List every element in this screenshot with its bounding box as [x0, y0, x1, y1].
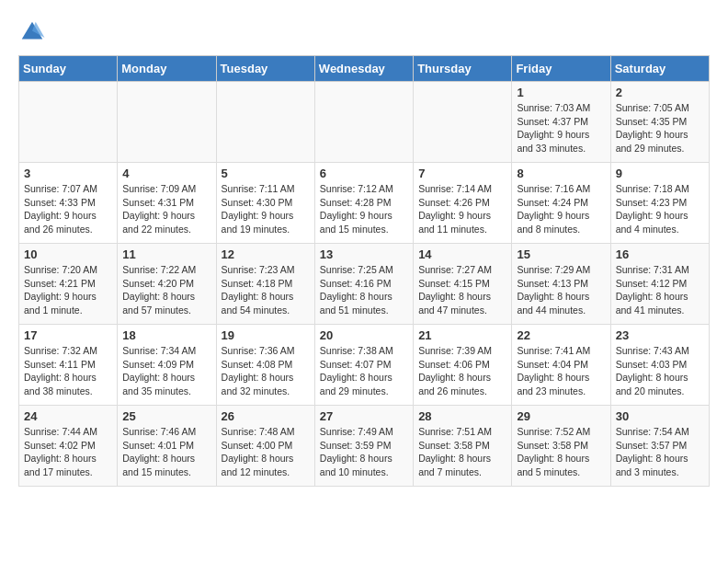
calendar-cell: 24Sunrise: 7:44 AM Sunset: 4:02 PM Dayli… — [19, 406, 118, 487]
calendar-cell: 7Sunrise: 7:14 AM Sunset: 4:26 PM Daylig… — [414, 163, 512, 244]
day-info: Sunrise: 7:22 AM Sunset: 4:20 PM Dayligh… — [122, 263, 210, 317]
day-info: Sunrise: 7:11 AM Sunset: 4:30 PM Dayligh… — [222, 182, 310, 236]
weekday-header: Friday — [512, 56, 610, 82]
calendar-cell — [216, 82, 314, 163]
weekday-header: Saturday — [610, 56, 709, 82]
calendar-cell: 25Sunrise: 7:46 AM Sunset: 4:01 PM Dayli… — [118, 406, 216, 487]
day-info: Sunrise: 7:41 AM Sunset: 4:04 PM Dayligh… — [517, 344, 605, 398]
calendar-cell: 23Sunrise: 7:43 AM Sunset: 4:03 PM Dayli… — [610, 325, 709, 406]
calendar-cell: 30Sunrise: 7:54 AM Sunset: 3:57 PM Dayli… — [610, 406, 709, 487]
day-number: 6 — [320, 167, 408, 180]
calendar-cell: 5Sunrise: 7:11 AM Sunset: 4:30 PM Daylig… — [216, 163, 314, 244]
calendar-header-row: SundayMondayTuesdayWednesdayThursdayFrid… — [19, 56, 710, 82]
calendar-cell: 6Sunrise: 7:12 AM Sunset: 4:28 PM Daylig… — [314, 163, 413, 244]
day-number: 29 — [517, 409, 605, 423]
day-number: 5 — [222, 167, 310, 180]
day-info: Sunrise: 7:29 AM Sunset: 4:13 PM Dayligh… — [517, 263, 605, 317]
day-info: Sunrise: 7:05 AM Sunset: 4:35 PM Dayligh… — [616, 101, 704, 155]
day-number: 4 — [122, 167, 210, 180]
day-number: 1 — [517, 86, 605, 99]
calendar-week-row: 3Sunrise: 7:07 AM Sunset: 4:33 PM Daylig… — [19, 163, 710, 244]
day-number: 14 — [418, 247, 506, 261]
day-number: 17 — [24, 328, 112, 342]
calendar-cell: 17Sunrise: 7:32 AM Sunset: 4:11 PM Dayli… — [19, 325, 118, 406]
calendar-cell — [118, 82, 216, 163]
day-number: 27 — [320, 409, 408, 423]
day-info: Sunrise: 7:36 AM Sunset: 4:08 PM Dayligh… — [222, 344, 310, 398]
calendar-cell: 14Sunrise: 7:27 AM Sunset: 4:15 PM Dayli… — [414, 244, 512, 325]
day-info: Sunrise: 7:32 AM Sunset: 4:11 PM Dayligh… — [24, 344, 112, 398]
day-info: Sunrise: 7:52 AM Sunset: 3:58 PM Dayligh… — [517, 425, 605, 479]
weekday-header: Monday — [118, 56, 216, 82]
day-number: 11 — [122, 247, 210, 261]
day-info: Sunrise: 7:39 AM Sunset: 4:06 PM Dayligh… — [418, 344, 506, 398]
day-info: Sunrise: 7:43 AM Sunset: 4:03 PM Dayligh… — [616, 344, 704, 398]
calendar-cell: 15Sunrise: 7:29 AM Sunset: 4:13 PM Dayli… — [512, 244, 610, 325]
day-number: 3 — [24, 167, 112, 180]
day-number: 12 — [222, 247, 310, 261]
calendar-cell: 4Sunrise: 7:09 AM Sunset: 4:31 PM Daylig… — [118, 163, 216, 244]
day-number: 16 — [616, 247, 704, 261]
day-info: Sunrise: 7:12 AM Sunset: 4:28 PM Dayligh… — [320, 182, 408, 236]
day-number: 24 — [24, 409, 112, 423]
calendar-week-row: 1Sunrise: 7:03 AM Sunset: 4:37 PM Daylig… — [19, 82, 710, 163]
weekday-header: Sunday — [19, 56, 118, 82]
day-number: 20 — [320, 328, 408, 342]
day-number: 8 — [517, 167, 605, 180]
day-info: Sunrise: 7:25 AM Sunset: 4:16 PM Dayligh… — [320, 263, 408, 317]
day-number: 23 — [616, 328, 704, 342]
day-info: Sunrise: 7:20 AM Sunset: 4:21 PM Dayligh… — [24, 263, 112, 317]
calendar-cell: 26Sunrise: 7:48 AM Sunset: 4:00 PM Dayli… — [216, 406, 314, 487]
calendar-cell: 10Sunrise: 7:20 AM Sunset: 4:21 PM Dayli… — [19, 244, 118, 325]
day-info: Sunrise: 7:46 AM Sunset: 4:01 PM Dayligh… — [122, 425, 210, 479]
day-info: Sunrise: 7:16 AM Sunset: 4:24 PM Dayligh… — [517, 182, 605, 236]
calendar-cell: 19Sunrise: 7:36 AM Sunset: 4:08 PM Dayli… — [216, 325, 314, 406]
calendar-cell: 22Sunrise: 7:41 AM Sunset: 4:04 PM Dayli… — [512, 325, 610, 406]
calendar-cell: 13Sunrise: 7:25 AM Sunset: 4:16 PM Dayli… — [314, 244, 413, 325]
day-number: 2 — [616, 86, 704, 99]
day-info: Sunrise: 7:23 AM Sunset: 4:18 PM Dayligh… — [222, 263, 310, 317]
calendar-cell: 3Sunrise: 7:07 AM Sunset: 4:33 PM Daylig… — [19, 163, 118, 244]
day-number: 22 — [517, 328, 605, 342]
calendar-cell: 27Sunrise: 7:49 AM Sunset: 3:59 PM Dayli… — [314, 406, 413, 487]
day-info: Sunrise: 7:54 AM Sunset: 3:57 PM Dayligh… — [616, 425, 704, 479]
calendar-cell: 16Sunrise: 7:31 AM Sunset: 4:12 PM Dayli… — [610, 244, 709, 325]
weekday-header: Tuesday — [216, 56, 314, 82]
logo — [18, 18, 48, 46]
day-number: 28 — [418, 409, 506, 423]
calendar-cell: 12Sunrise: 7:23 AM Sunset: 4:18 PM Dayli… — [216, 244, 314, 325]
calendar-cell: 21Sunrise: 7:39 AM Sunset: 4:06 PM Dayli… — [414, 325, 512, 406]
calendar-cell: 18Sunrise: 7:34 AM Sunset: 4:09 PM Dayli… — [118, 325, 216, 406]
calendar-cell — [314, 82, 413, 163]
calendar-week-row: 10Sunrise: 7:20 AM Sunset: 4:21 PM Dayli… — [19, 244, 710, 325]
day-number: 9 — [616, 167, 704, 180]
weekday-header: Wednesday — [314, 56, 413, 82]
calendar-cell: 8Sunrise: 7:16 AM Sunset: 4:24 PM Daylig… — [512, 163, 610, 244]
day-info: Sunrise: 7:38 AM Sunset: 4:07 PM Dayligh… — [320, 344, 408, 398]
day-info: Sunrise: 7:48 AM Sunset: 4:00 PM Dayligh… — [222, 425, 310, 479]
day-number: 7 — [418, 167, 506, 180]
day-info: Sunrise: 7:03 AM Sunset: 4:37 PM Dayligh… — [517, 101, 605, 155]
day-info: Sunrise: 7:31 AM Sunset: 4:12 PM Dayligh… — [616, 263, 704, 317]
day-number: 30 — [616, 409, 704, 423]
day-info: Sunrise: 7:07 AM Sunset: 4:33 PM Dayligh… — [24, 182, 112, 236]
calendar: SundayMondayTuesdayWednesdayThursdayFrid… — [18, 55, 710, 487]
day-number: 25 — [122, 409, 210, 423]
calendar-cell: 1Sunrise: 7:03 AM Sunset: 4:37 PM Daylig… — [512, 82, 610, 163]
day-number: 26 — [222, 409, 310, 423]
day-number: 13 — [320, 247, 408, 261]
day-info: Sunrise: 7:51 AM Sunset: 3:58 PM Dayligh… — [418, 425, 506, 479]
calendar-cell: 9Sunrise: 7:18 AM Sunset: 4:23 PM Daylig… — [610, 163, 709, 244]
calendar-cell: 2Sunrise: 7:05 AM Sunset: 4:35 PM Daylig… — [610, 82, 709, 163]
day-info: Sunrise: 7:09 AM Sunset: 4:31 PM Dayligh… — [122, 182, 210, 236]
day-number: 15 — [517, 247, 605, 261]
day-info: Sunrise: 7:14 AM Sunset: 4:26 PM Dayligh… — [418, 182, 506, 236]
day-number: 19 — [222, 328, 310, 342]
calendar-cell: 20Sunrise: 7:38 AM Sunset: 4:07 PM Dayli… — [314, 325, 413, 406]
day-number: 21 — [418, 328, 506, 342]
day-number: 10 — [24, 247, 112, 261]
calendar-cell: 29Sunrise: 7:52 AM Sunset: 3:58 PM Dayli… — [512, 406, 610, 487]
calendar-cell: 28Sunrise: 7:51 AM Sunset: 3:58 PM Dayli… — [414, 406, 512, 487]
logo-icon — [18, 18, 46, 46]
day-info: Sunrise: 7:44 AM Sunset: 4:02 PM Dayligh… — [24, 425, 112, 479]
